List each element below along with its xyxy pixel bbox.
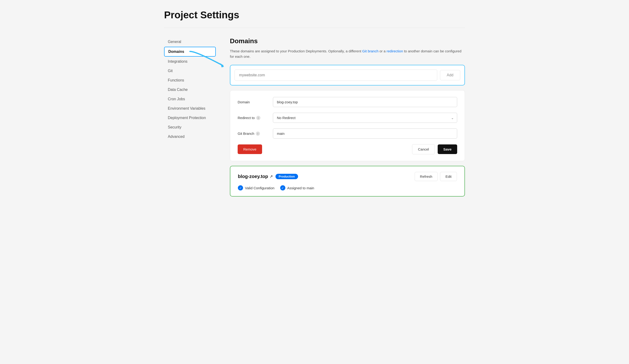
cancel-button[interactable]: Cancel: [412, 144, 435, 154]
refresh-button[interactable]: Refresh: [415, 172, 438, 181]
sidebar-item-data-cache[interactable]: Data Cache: [164, 85, 216, 94]
svg-marker-0: [220, 63, 224, 67]
domain-edit-card: Domain Redirect to i No Redirect ⌄: [230, 90, 465, 161]
valid-config-label: Valid Configuration: [245, 186, 275, 190]
redirect-select[interactable]: No Redirect: [273, 113, 457, 123]
domain-entry-actions: Refresh Edit: [415, 172, 457, 181]
add-domain-button[interactable]: Add: [440, 70, 460, 80]
domains-description: These domains are assigned to your Produ…: [230, 49, 465, 59]
redirection-link[interactable]: redirection: [386, 49, 403, 53]
git-branch-form-row: Git Branch i: [238, 128, 457, 139]
page-title: Project Settings: [164, 9, 465, 28]
production-badge: Production: [276, 174, 298, 179]
sidebar-item-env-variables[interactable]: Environment Variables: [164, 104, 216, 113]
redirect-form-row: Redirect to i No Redirect ⌄: [238, 113, 457, 123]
domain-label: Domain: [238, 100, 268, 104]
git-branch-input[interactable]: [273, 128, 457, 139]
domain-status-row: ✓ Valid Configuration ✓ Assigned to main: [238, 185, 457, 190]
valid-config-status: ✓ Valid Configuration: [238, 185, 275, 190]
save-button[interactable]: Save: [438, 144, 457, 154]
domain-input-box: Add: [230, 65, 465, 86]
redirect-info-icon[interactable]: i: [256, 116, 260, 120]
sidebar-item-cron-jobs[interactable]: Cron Jobs: [164, 95, 216, 103]
assigned-to-status: ✓ Assigned to main: [280, 185, 314, 190]
redirect-select-wrapper: No Redirect ⌄: [273, 113, 457, 123]
git-branch-label: Git Branch i: [238, 131, 268, 136]
domain-name: blog-zoey.top ↗: [238, 174, 273, 179]
domain-input[interactable]: [235, 70, 437, 81]
form-actions: Remove Cancel Save: [238, 144, 457, 154]
sidebar-item-functions[interactable]: Functions: [164, 76, 216, 85]
remove-button[interactable]: Remove: [238, 144, 262, 154]
valid-config-check-icon: ✓: [238, 185, 243, 190]
main-content: Domains These domains are assigned to yo…: [230, 37, 465, 196]
arrow-indicator: [187, 49, 225, 68]
git-branch-link[interactable]: Git branch: [362, 49, 378, 53]
external-link-icon[interactable]: ↗: [270, 174, 273, 179]
sidebar-item-deployment-protection[interactable]: Deployment Protection: [164, 113, 216, 122]
domain-form-row: Domain: [238, 97, 457, 107]
sidebar-item-general[interactable]: General: [164, 37, 216, 46]
git-branch-info-icon[interactable]: i: [256, 131, 260, 136]
domains-section-title: Domains: [230, 37, 465, 45]
domain-entry-left: blog-zoey.top ↗ Production: [238, 174, 298, 179]
redirect-label: Redirect to i: [238, 116, 268, 120]
assigned-to-label: Assigned to main: [287, 186, 314, 190]
domain-entry-card: blog-zoey.top ↗ Production Refresh Edit …: [230, 166, 465, 196]
domain-entry-header: blog-zoey.top ↗ Production Refresh Edit: [238, 172, 457, 181]
edit-domain-button[interactable]: Edit: [440, 172, 457, 181]
assigned-to-check-icon: ✓: [280, 185, 285, 190]
sidebar-item-security[interactable]: Security: [164, 123, 216, 132]
sidebar-item-advanced[interactable]: Advanced: [164, 132, 216, 141]
domain-value-input[interactable]: [273, 97, 457, 107]
